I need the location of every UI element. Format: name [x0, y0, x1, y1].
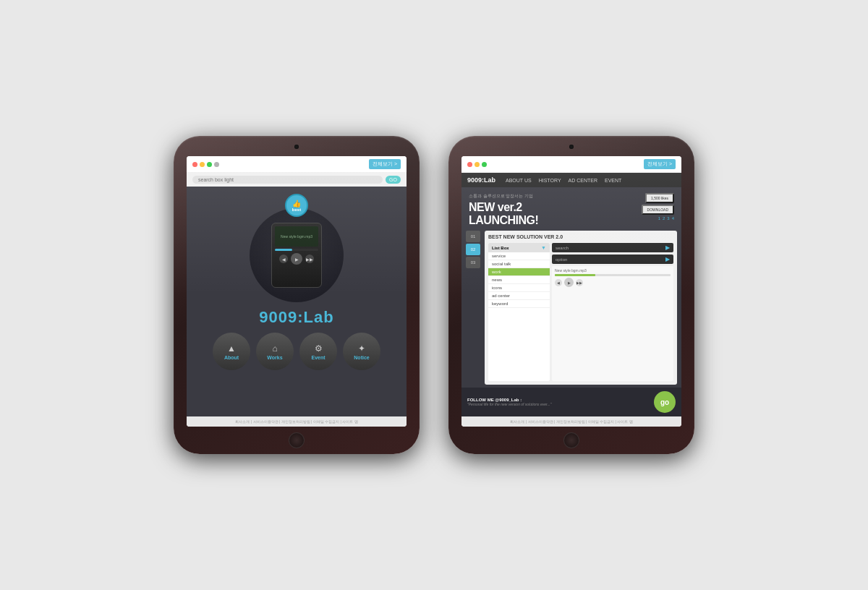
list-item-icons[interactable]: icons — [488, 284, 550, 292]
hero-text: 소통과 솔루션으로 앞장서는 기업 NEW ver.2 LAUNCHING! — [469, 193, 538, 226]
left-tabs: 01 02 03 — [466, 231, 482, 385]
fullview-btn-right[interactable]: 전체보기 > — [644, 159, 676, 169]
tab-01[interactable]: 01 — [466, 231, 480, 242]
mini-player: New style bgm.mp3 ◀ ▶ ▶▶ — [552, 266, 673, 381]
screen1-footer: 회사소개 | 서비스이용약관 | 개인정보처리방침 | 이메일 수집금지 | 사… — [187, 416, 407, 427]
screen2-navbar: 9009:Lab ABOUT US HISTORY AD CENTER EVEN… — [461, 173, 681, 187]
mini-progress-fill — [555, 274, 595, 276]
nav-event[interactable]: EVENT — [605, 178, 621, 183]
footer-text-right: 회사소개 | 서비스이용약관 | 개인정보처리방침 | 이메일 수집금지 | 사… — [510, 419, 632, 424]
option-label: option — [556, 257, 567, 262]
follow-quote: "Personal life for the new version of so… — [467, 402, 650, 406]
panel-cols: List Box ▼ service social talk work news… — [488, 243, 673, 381]
best-label: best — [292, 208, 301, 212]
traffic-lights-left — [192, 162, 219, 167]
works-icon: ⌂ — [272, 343, 277, 354]
event-icon: ⚙ — [315, 343, 323, 354]
track-name-left: New style bgm.mp3 — [281, 234, 312, 239]
list-header-label: List Box — [492, 246, 509, 250]
mini-progress — [555, 274, 671, 276]
list-item-ad-center[interactable]: ad center — [488, 292, 550, 300]
page-2[interactable]: 2 — [663, 216, 665, 221]
mini-track-name: New style bgm.mp3 — [555, 268, 671, 273]
screen2-body: 소통과 솔루션으로 앞장서는 기업 NEW ver.2 LAUNCHING! 1… — [461, 187, 681, 416]
nav-btn-about[interactable]: ▲ About — [213, 333, 250, 370]
player-device: New style bgm.mp3 ◀ ▶ ▶▶ — [271, 223, 322, 288]
go-btn[interactable]: go — [654, 391, 676, 413]
player-screen: New style bgm.mp3 — [275, 226, 318, 247]
hero-row: 소통과 솔루션으로 앞장서는 기업 NEW ver.2 LAUNCHING! 1… — [469, 193, 674, 226]
option-arrow-icon: ▶ — [665, 256, 670, 262]
hero-btns: 1,500 likes DOWNLOAD 1 2 3 4 — [642, 193, 674, 221]
screen1-header: 전체보기 > — [187, 156, 407, 173]
prev-btn-left[interactable]: ◀ — [279, 255, 288, 263]
page-3[interactable]: 3 — [667, 216, 669, 221]
camera-left — [294, 145, 299, 149]
screen-right: 전체보기 > 9009:Lab ABOUT US HISTORY AD CENT… — [461, 156, 681, 427]
download-btn[interactable]: DOWNLOAD — [642, 205, 674, 215]
tl-green-r — [482, 162, 487, 167]
page-4[interactable]: 4 — [672, 216, 674, 221]
tl-green — [207, 162, 212, 167]
nav-logo: 9009:Lab — [467, 176, 495, 184]
nav-buttons-left: ▲ About ⌂ Works ⚙ Event ✦ Notice — [213, 333, 380, 370]
about-label: About — [224, 355, 239, 360]
page-1[interactable]: 1 — [658, 216, 660, 221]
pagination: 1 2 3 4 — [658, 216, 674, 221]
thumb-icon: 👍 — [292, 200, 301, 208]
nav-btn-event[interactable]: ⚙ Event — [299, 333, 337, 370]
nav-ad-center[interactable]: AD CENTER — [569, 178, 597, 183]
screen2-header: 전체보기 > — [461, 156, 681, 173]
about-icon: ▲ — [227, 343, 236, 354]
tl-yellow — [200, 162, 205, 167]
hero-subtitle: 소통과 솔루션으로 앞장서는 기업 — [469, 193, 538, 200]
panel-title: BEST NEW SOLUTION VER 2.0 — [488, 234, 673, 239]
content-grid: 01 02 03 BEST NEW SOLUTION VER 2.0 List … — [461, 231, 681, 388]
nav-history[interactable]: HISTORY — [539, 178, 561, 183]
hero-title-line1: NEW ver.2 — [469, 201, 538, 214]
mini-play-btn[interactable]: ▶ — [564, 278, 574, 287]
main-panel: BEST NEW SOLUTION VER 2.0 List Box ▼ ser… — [485, 231, 677, 385]
list-item-news[interactable]: news — [488, 276, 550, 284]
play-btn-left[interactable]: ▶ — [291, 253, 302, 265]
tablet-right: 전체보기 > 9009:Lab ABOUT US HISTORY AD CENT… — [448, 136, 694, 454]
likes-btn[interactable]: 1,500 likes — [645, 193, 674, 203]
tl-yellow-r — [475, 162, 480, 167]
screen-left: 전체보기 > search box light GO 👍 best New st… — [187, 156, 407, 427]
mini-next-btn[interactable]: ▶▶ — [576, 279, 583, 286]
tab-03[interactable]: 03 — [466, 257, 480, 268]
list-item-social-talk[interactable]: social talk — [488, 260, 550, 268]
hero-section: 소통과 솔루션으로 앞장서는 기업 NEW ver.2 LAUNCHING! 1… — [461, 187, 681, 231]
tl-gray — [214, 162, 219, 167]
follow-section: FOLLOW ME @9009_Lab : "Personal life for… — [461, 388, 681, 416]
nav-about-us[interactable]: ABOUT US — [506, 178, 532, 183]
tl-red — [192, 162, 197, 167]
mini-controls: ◀ ▶ ▶▶ — [555, 278, 671, 287]
search-label: search — [556, 246, 569, 250]
nav-btn-works[interactable]: ⌂ Works — [256, 333, 294, 370]
music-player-area: 👍 best New style bgm.mp3 ◀ ▶ — [250, 194, 344, 302]
list-item-keyword[interactable]: keyword — [488, 300, 550, 308]
player-progress-fill-left — [275, 249, 292, 251]
next-btn-left[interactable]: ▶▶ — [305, 255, 314, 263]
search-input-left[interactable]: search box light — [192, 176, 383, 184]
list-col: List Box ▼ service social talk work news… — [488, 243, 550, 381]
list-item-service[interactable]: service — [488, 252, 550, 260]
nav-btn-notice[interactable]: ✦ Notice — [343, 333, 380, 370]
camera-right — [569, 145, 574, 149]
footer-text-left: 회사소개 | 서비스이용약관 | 개인정보처리방침 | 이메일 수집금지 | 사… — [235, 419, 357, 424]
hero-title-line2: LAUNCHING! — [469, 214, 538, 227]
home-btn-left[interactable] — [289, 432, 305, 448]
screen1-searchbar: search box light GO — [187, 173, 407, 187]
list-item-work[interactable]: work — [488, 268, 550, 276]
tab-02[interactable]: 02 — [466, 244, 480, 255]
screen1-body: 👍 best New style bgm.mp3 ◀ ▶ — [187, 187, 407, 416]
notice-icon: ✦ — [358, 343, 365, 354]
player-progress-left — [275, 249, 318, 251]
list-arrow-icon: ▼ — [541, 245, 546, 250]
player-circle: New style bgm.mp3 ◀ ▶ ▶▶ — [250, 208, 344, 302]
mini-prev-btn[interactable]: ◀ — [555, 279, 562, 286]
search-go-btn-left[interactable]: GO — [386, 176, 401, 184]
fullview-btn-left[interactable]: 전체보기 > — [369, 159, 401, 169]
home-btn-right[interactable] — [563, 432, 579, 448]
